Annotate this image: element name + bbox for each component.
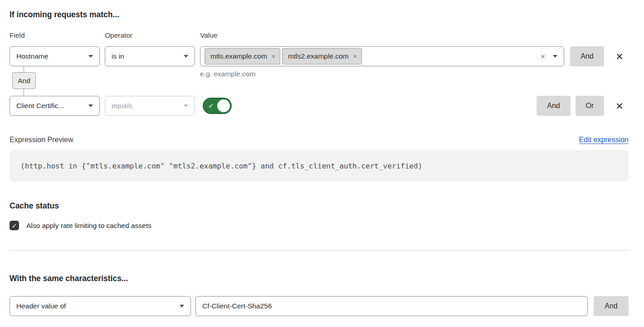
field-select-1[interactable]: Hostname (10, 46, 100, 66)
value-label: Value (200, 31, 218, 40)
match-section-title: If incoming requests match... (10, 10, 629, 20)
column-labels: Field Operator Value (10, 31, 629, 40)
expression-preview-label: Expression Preview (10, 136, 73, 144)
remove-tag-icon[interactable]: × (272, 53, 275, 59)
operator-label: Operator (105, 31, 200, 40)
cert-verified-toggle[interactable]: ✓ (203, 98, 232, 114)
edit-expression-link[interactable]: Edit expression (579, 136, 629, 144)
toggle-knob (217, 99, 230, 112)
chevron-down-icon (88, 55, 93, 58)
condition-row-1: Hostname is in mtls.example.com × mtls2.… (10, 46, 629, 66)
operator-select-1[interactable]: is in (105, 46, 195, 66)
chevron-down-icon (88, 104, 93, 107)
expression-code-block: (http.host in {"mtls.example.com" "mtls2… (10, 150, 629, 182)
connector-line (24, 66, 24, 72)
chevron-down-icon (184, 55, 188, 58)
chevron-down-icon (553, 55, 557, 58)
add-and-condition-button[interactable]: And (570, 46, 604, 66)
check-icon: ✓ (12, 222, 17, 229)
value-tag-label: mtls2.example.com (288, 52, 349, 60)
add-characteristic-button[interactable]: And (594, 296, 629, 316)
value-helper-text: e.g. example.com (200, 70, 255, 78)
connector-line (24, 89, 24, 96)
expression-code: (http.host in {"mtls.example.com" "mtls2… (20, 162, 422, 170)
clear-values-icon[interactable]: × (541, 53, 545, 60)
header-name-input[interactable] (195, 296, 588, 316)
add-and-condition-button[interactable]: And (537, 96, 571, 116)
value-multiselect[interactable]: mtls.example.com × mtls2.example.com × × (200, 46, 564, 66)
condition-row-2: Client Certific... equals ✓ And Or ✕ (10, 96, 629, 116)
section-divider (10, 250, 629, 251)
field-select-2[interactable]: Client Certific... (10, 96, 100, 116)
and-connector-chip[interactable]: And (12, 72, 36, 89)
field-select-2-value: Client Certific... (16, 102, 64, 110)
expression-header: Expression Preview Edit expression (10, 136, 629, 144)
operator-select-1-value: is in (112, 52, 124, 60)
value-tag[interactable]: mtls.example.com × (205, 48, 280, 64)
field-select-1-value: Hostname (16, 52, 49, 60)
rule-builder: If incoming requests match... Field Oper… (10, 0, 629, 316)
chevron-down-icon (184, 104, 188, 107)
value-tag[interactable]: mtls2.example.com × (282, 48, 362, 64)
delete-condition-icon[interactable]: ✕ (615, 52, 624, 61)
field-label: Field (10, 31, 105, 40)
cached-assets-checkbox[interactable]: ✓ (10, 221, 19, 230)
value-tag-label: mtls.example.com (210, 52, 267, 60)
characteristics-title: With the same characteristics... (10, 273, 629, 283)
characteristic-select-value: Header value of (16, 302, 66, 310)
delete-condition-icon[interactable]: ✕ (615, 101, 624, 111)
cached-assets-checkbox-label: Also apply rate limiting to cached asset… (26, 222, 151, 230)
characteristic-select[interactable]: Header value of (10, 296, 191, 316)
operator-select-2-value: equals (112, 102, 132, 110)
cache-status-title: Cache status (10, 201, 629, 211)
operator-select-2: equals (105, 96, 195, 116)
remove-tag-icon[interactable]: × (353, 53, 357, 59)
condition-connector-band: And e.g. example.com (10, 66, 629, 96)
chevron-down-icon (180, 305, 184, 307)
add-or-condition-button[interactable]: Or (576, 96, 604, 116)
characteristics-row: Header value of And (10, 296, 629, 316)
check-icon: ✓ (208, 102, 214, 110)
cache-checkbox-row: ✓ Also apply rate limiting to cached ass… (10, 221, 629, 230)
